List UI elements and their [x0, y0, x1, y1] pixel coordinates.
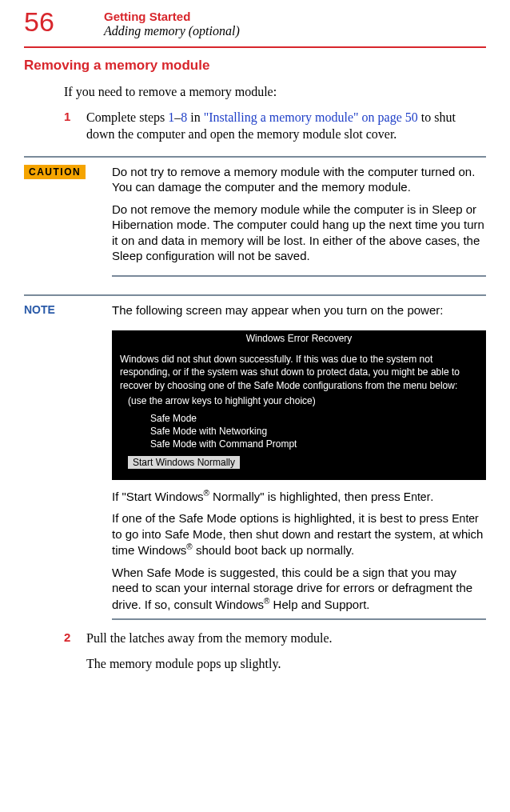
step-number: 2 — [64, 630, 86, 647]
registered-mark: ® — [186, 542, 192, 551]
screenshot-option-safe-mode-cmd: Safe Mode with Command Prompt — [150, 438, 478, 450]
text: Complete steps — [86, 110, 168, 124]
screenshot-option-start-normally: Start Windows Normally — [128, 456, 240, 469]
section-heading: Removing a memory module — [24, 58, 510, 74]
caution-label: CAUTION — [24, 164, 112, 270]
screenshot-hint: (use the arrow keys to highlight your ch… — [128, 395, 478, 406]
note-label: NOTE — [24, 302, 112, 325]
note-body: The following screen may appear when you… — [112, 302, 443, 325]
note-rule-bottom — [112, 618, 486, 620]
caution-rule-top — [24, 156, 486, 158]
text: should boot back up normally. — [193, 543, 354, 557]
step-2: 2 Pull the latches away from the memory … — [64, 630, 486, 647]
text: . — [430, 490, 433, 503]
text: Help and Support. — [269, 598, 369, 611]
header-texts: Getting Started Adding memory (optional) — [104, 8, 240, 38]
note-followup: If "Start Windows® Normally" is highligh… — [112, 488, 486, 613]
step-text: Complete steps 1–8 in "Installing a memo… — [86, 109, 486, 143]
screenshot-option-safe-mode: Safe Mode — [150, 413, 478, 424]
note-p3: When Safe Mode is suggested, this could … — [112, 565, 486, 613]
caution-p2: Do not remove the memory module while th… — [112, 202, 486, 264]
page-header: 56 Getting Started Adding memory (option… — [0, 0, 510, 42]
step-1: 1 Complete steps 1–8 in "Installing a me… — [64, 109, 486, 143]
enter-key: Enter — [404, 490, 430, 503]
step-text: Pull the latches away from the memory mo… — [86, 630, 332, 647]
caution-badge: CAUTION — [24, 165, 86, 179]
step-number: 1 — [64, 109, 86, 143]
chapter-title: Getting Started — [104, 10, 240, 23]
note-intro: The following screen may appear when you… — [112, 302, 443, 318]
text: in — [187, 110, 203, 124]
note-p2: If one of the Safe Mode options is highl… — [112, 510, 486, 558]
note-callout: NOTE The following screen may appear whe… — [24, 302, 486, 325]
xref-installing[interactable]: "Installing a memory module" on page 50 — [204, 110, 418, 124]
error-recovery-screenshot: Windows Error Recovery Windows did not s… — [112, 330, 486, 480]
step-2-sub: The memory module pops up slightly. — [86, 655, 486, 673]
header-rule — [24, 46, 486, 48]
caution-p1: Do not try to remove a memory module wit… — [112, 164, 486, 195]
note-label-text: NOTE — [24, 303, 55, 316]
screenshot-option-safe-mode-networking: Safe Mode with Networking — [150, 426, 478, 437]
note-rule-top — [24, 294, 486, 296]
caution-rule-bottom — [112, 275, 486, 277]
screenshot-paragraph: Windows did not shut down successfully. … — [120, 353, 478, 392]
page-number: 56 — [0, 8, 104, 35]
enter-key: Enter — [452, 512, 478, 525]
intro-paragraph: If you need to remove a memory module: — [64, 83, 486, 101]
caution-body: Do not try to remove a memory module wit… — [112, 164, 486, 270]
registered-mark: ® — [204, 489, 209, 498]
note-p1: If "Start Windows® Normally" is highligh… — [112, 488, 486, 505]
section-subtitle: Adding memory (optional) — [104, 24, 240, 38]
text: If one of the Safe Mode options is highl… — [112, 511, 452, 525]
caution-callout: CAUTION Do not try to remove a memory mo… — [24, 164, 486, 270]
text: If "Start Windows — [112, 490, 204, 503]
text: Normally" is highlighted, then press — [209, 490, 404, 503]
screenshot-title: Windows Error Recovery — [112, 330, 486, 346]
